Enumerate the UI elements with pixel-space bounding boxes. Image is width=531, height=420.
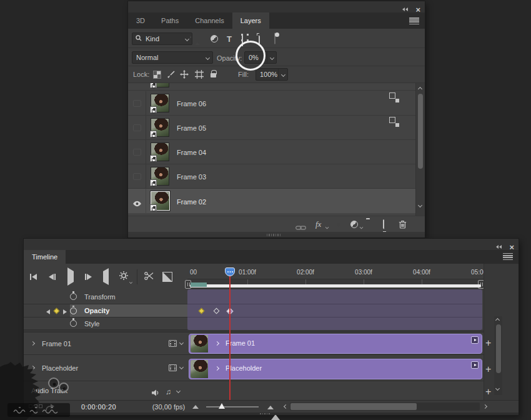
speaker-icon[interactable] <box>152 388 160 399</box>
clip-frame01[interactable]: Frame 01 <box>189 334 482 354</box>
clip-play-badge-icon[interactable] <box>471 361 479 369</box>
fill-dropdown[interactable] <box>278 69 287 80</box>
scroll-down-icon[interactable] <box>495 386 500 391</box>
lock-position-icon[interactable] <box>180 70 189 81</box>
filter-type-select[interactable]: Kind <box>132 32 192 45</box>
expand-track-icon[interactable] <box>31 341 35 346</box>
panel-resize-strip[interactable] <box>128 232 425 238</box>
layer-thumbnail[interactable] <box>151 83 169 88</box>
layer-thumbnail[interactable] <box>151 94 169 112</box>
audio-track-row[interactable]: Audio Track <box>24 381 187 400</box>
keyframe-hollow[interactable] <box>214 308 220 314</box>
scroll-left-icon[interactable] <box>284 404 288 409</box>
keyframe-yellow-selected[interactable] <box>199 308 205 314</box>
expand-clip-icon[interactable] <box>215 366 219 371</box>
chevron-down-icon[interactable] <box>179 341 184 345</box>
clip-placeholder[interactable]: Placeholder <box>189 359 482 379</box>
type-layer-filter-icon[interactable] <box>227 33 232 44</box>
new-layer-icon[interactable] <box>383 219 384 231</box>
audio-mute-icon[interactable] <box>103 271 109 282</box>
next-frame-icon[interactable] <box>85 274 92 280</box>
layer-row[interactable]: Frame 06 <box>128 91 415 116</box>
timeline-zoom-slider[interactable] <box>206 406 259 408</box>
split-at-playhead-icon[interactable] <box>144 271 154 282</box>
layers-scrollbar[interactable] <box>415 83 425 216</box>
chevron-down-icon[interactable] <box>179 365 184 369</box>
selected-clip-summary-bar[interactable] <box>190 284 481 288</box>
style-track-area[interactable] <box>187 318 482 330</box>
lock-artboard-icon[interactable] <box>195 70 204 81</box>
blend-mode-select[interactable]: Normal <box>132 51 213 64</box>
video-track-filmstrip-icon[interactable] <box>169 340 177 347</box>
layer-thumbnail[interactable] <box>151 118 169 137</box>
zoom-out-icon[interactable] <box>192 405 199 409</box>
layer-name[interactable]: Frame 04 <box>177 149 206 156</box>
tab-paths[interactable]: Paths <box>153 12 187 29</box>
layer-thumbnail[interactable] <box>151 167 169 186</box>
scroll-down-icon[interactable] <box>418 203 422 208</box>
visibility-toggle[interactable] <box>133 100 141 107</box>
add-placeholder-clip-button[interactable] <box>485 364 491 375</box>
panel-resize-strip[interactable] <box>24 412 519 415</box>
chevron-down-icon[interactable] <box>176 389 181 393</box>
lock-pixels-brush-icon[interactable] <box>167 70 175 81</box>
scroll-up-icon[interactable] <box>495 318 500 322</box>
play-icon[interactable] <box>67 271 74 282</box>
delete-layer-trash-icon[interactable] <box>399 220 407 231</box>
convert-to-frame-animation-icon[interactable] <box>29 404 42 408</box>
transition-icon[interactable] <box>162 272 172 282</box>
timeline-vertical-scrollbar[interactable] <box>494 316 502 395</box>
lock-transparency-icon[interactable] <box>153 71 161 79</box>
resize-grip-icon[interactable] <box>260 413 271 414</box>
layer-name[interactable]: Frame 02 <box>177 198 206 206</box>
style-track-row[interactable]: Style <box>24 318 187 330</box>
add-audio-clip-button[interactable] <box>485 386 491 398</box>
settings-gear-icon[interactable] <box>119 271 128 282</box>
stopwatch-icon[interactable] <box>70 320 77 327</box>
layer-name[interactable]: Frame 03 <box>177 173 206 181</box>
adjustment-layer-filter-icon[interactable] <box>211 35 218 42</box>
go-to-first-frame-icon[interactable] <box>30 274 37 280</box>
scrollbar-thumb[interactable] <box>418 94 423 169</box>
opacity-dropdown[interactable] <box>267 52 276 63</box>
opacity-track-row-selected[interactable]: Opacity <box>24 304 187 318</box>
scroll-up-icon[interactable] <box>418 87 422 91</box>
transform-track-area[interactable] <box>187 289 482 304</box>
layer-row[interactable]: Frame 04 <box>128 140 415 164</box>
scrollbar-thumb[interactable] <box>496 324 501 373</box>
layer-thumbnail[interactable] <box>151 142 169 161</box>
layer-row-selected[interactable]: Frame 02 <box>128 189 415 214</box>
scrollbar-thumb[interactable] <box>290 403 417 410</box>
zoom-slider-thumb[interactable] <box>219 403 225 409</box>
tab-channels[interactable]: Channels <box>187 12 232 29</box>
zoom-in-icon[interactable] <box>271 404 280 420</box>
new-adjustment-layer-icon[interactable] <box>350 221 358 228</box>
layer-row[interactable]: Frame 05 <box>128 116 415 140</box>
frame01-track-row[interactable]: Frame 01 <box>24 332 187 355</box>
expand-clip-icon[interactable] <box>215 341 219 346</box>
panel-menu-icon[interactable] <box>409 18 419 24</box>
opacity-track-area[interactable] <box>187 304 482 318</box>
stopwatch-icon[interactable] <box>70 308 77 314</box>
layer-row-partial[interactable]: Frame 07 <box>128 83 415 91</box>
fill-value[interactable]: 100% <box>256 71 278 78</box>
add-video-clip-button[interactable] <box>485 338 491 349</box>
playhead-line[interactable] <box>229 271 231 400</box>
layer-name[interactable]: Frame 06 <box>177 100 206 108</box>
scroll-right-icon[interactable] <box>483 404 487 409</box>
panel-menu-icon[interactable] <box>503 253 513 260</box>
stopwatch-icon[interactable] <box>70 293 77 300</box>
tab-timeline[interactable]: Timeline <box>24 250 66 264</box>
layers-panel-titlebar[interactable] <box>128 1 425 12</box>
timeline-titlebar[interactable] <box>24 239 519 250</box>
collapse-panel-icon[interactable] <box>402 8 408 11</box>
visibility-eye-icon[interactable] <box>132 198 142 209</box>
collapse-panel-icon[interactable] <box>496 245 502 249</box>
layer-thumbnail[interactable] <box>151 191 170 211</box>
previous-frame-icon[interactable] <box>49 274 56 280</box>
previous-keyframe-icon[interactable] <box>46 309 50 314</box>
layer-name[interactable]: Frame 05 <box>177 124 206 132</box>
fill-field[interactable]: 100% <box>256 68 288 81</box>
layer-row[interactable]: Frame 03 <box>128 164 415 189</box>
visibility-toggle[interactable] <box>133 173 141 180</box>
